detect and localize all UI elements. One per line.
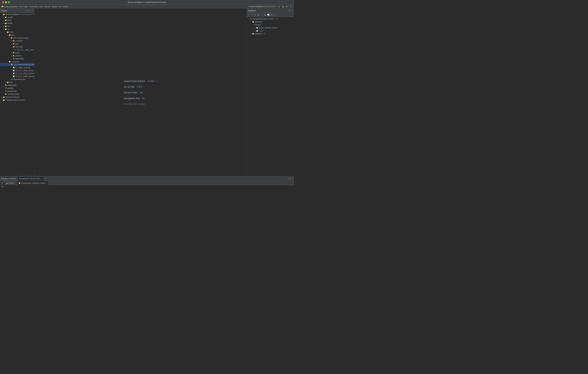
window-controls[interactable] bbox=[2, 1, 10, 3]
tree-item-resources[interactable]: 📁 resources bbox=[0, 60, 34, 63]
tree-item-build[interactable]: 📁 build bbox=[0, 19, 34, 22]
db-tree-collations[interactable]: 📁 collations 222 bbox=[247, 32, 294, 35]
db-delete-icon[interactable]: ✕ bbox=[260, 13, 263, 16]
debug-button[interactable]: 🐛 bbox=[281, 5, 285, 8]
db-close-icon[interactable]: ✕ bbox=[291, 10, 293, 11]
console-output-tab[interactable]: 📤 Output ✕ bbox=[5, 181, 17, 185]
console-gear2-icon[interactable]: ⚙ bbox=[290, 178, 291, 180]
tree-item-dbmysql[interactable]: 📦 db.mysql bbox=[0, 45, 34, 48]
db-header-icons[interactable]: ⤢ ⚙ ✕ bbox=[287, 10, 293, 11]
breadcrumb-flyway2[interactable]: flyway bbox=[52, 6, 57, 8]
db-properties-icon[interactable]: ⚙ bbox=[257, 13, 260, 16]
db-refresh-icon[interactable]: ↻ bbox=[254, 13, 257, 16]
minimize-button[interactable] bbox=[5, 1, 7, 3]
recent-files-item[interactable]: Recent Files ⌘E bbox=[124, 91, 143, 94]
sidebar-header-icons[interactable]: ⊟ ⚙ ✕ bbox=[25, 10, 33, 12]
tree-item-scratches[interactable]: 📁 Scratches and Consoles bbox=[0, 98, 34, 101]
tree-item-application[interactable]: 🌱 Application bbox=[0, 57, 34, 60]
go-to-file-item[interactable]: Go to File ⇧⌘O bbox=[124, 85, 142, 88]
tree-item-java[interactable]: 📁 java bbox=[0, 33, 34, 36]
console-tabs-row[interactable]: 📤 Output ✕ 📋 flyway.flyway_schema_histor… bbox=[5, 181, 294, 185]
history-tab-close[interactable]: ✕ bbox=[46, 182, 47, 184]
tree-label-build-gradle: build.gradle bbox=[7, 84, 17, 86]
console-settings-icon[interactable]: ⚙ bbox=[287, 178, 289, 180]
db-funnel-icon[interactable]: ▾ bbox=[273, 13, 276, 16]
tree-item-app-yml[interactable]: 🌿 application.yml bbox=[0, 78, 34, 81]
tree-item-res-pkg[interactable]: 📦 com.chenlei.flyway.db.mysql bbox=[0, 63, 34, 66]
collapse-all-icon[interactable]: ⊟ bbox=[25, 10, 27, 12]
console-close-icon[interactable]: ✕ bbox=[292, 178, 293, 180]
breadcrumb-flyway[interactable]: 📁 flyway-springboot bbox=[1, 6, 18, 8]
breadcrumb-main[interactable]: main bbox=[24, 6, 28, 8]
run-controls[interactable]: ▶ flyway-springboot [flywayMigrate] ▶ 🐛 … bbox=[248, 5, 293, 8]
tree-item-gradle-hidden[interactable]: 📁 .gradle bbox=[0, 16, 34, 19]
gradle-icon-build: 🐘 bbox=[5, 84, 7, 86]
tree-item-r-clean[interactable]: 📄 R__clean_user.sql bbox=[0, 66, 34, 69]
breadcrumb-com[interactable]: com bbox=[39, 6, 43, 8]
db-tree-tuser[interactable]: 📋 t_user bbox=[247, 29, 294, 32]
drop-files-label: Drop files here to open bbox=[124, 103, 145, 105]
db-console-icon[interactable]: ▶ bbox=[264, 13, 267, 16]
console-header-icons[interactable]: ⚙ ⚙ ✕ bbox=[287, 178, 293, 180]
db-gear-icon[interactable]: ⚙ bbox=[289, 10, 291, 11]
tree-item-out[interactable]: 📁 out bbox=[0, 25, 34, 28]
settings-icon[interactable]: ⚙ bbox=[28, 10, 30, 12]
breadcrumb-db[interactable]: db bbox=[59, 6, 61, 8]
tree-item-gradlew-bat[interactable]: 🌿 gradlew.bat bbox=[0, 90, 34, 93]
db-add-icon[interactable]: + bbox=[247, 13, 250, 16]
tree-label-root: flyway-springboot bbox=[5, 13, 20, 15]
maximize-button[interactable] bbox=[8, 1, 10, 3]
close-button[interactable] bbox=[2, 1, 4, 3]
output-tab-close[interactable]: ✕ bbox=[14, 182, 16, 184]
sql-icon-r-clean: 📄 bbox=[12, 66, 15, 69]
arrow-settings-gradle bbox=[3, 93, 5, 95]
console-output-label: Output bbox=[8, 182, 14, 184]
db-tree-schema-history[interactable]: 📋 flyway_schema_history bbox=[247, 26, 294, 29]
tree-item-v103[interactable]: 📄 V1_0_3__initial_data.sql bbox=[0, 75, 34, 78]
breadcrumb-chenlei[interactable]: chenlei bbox=[45, 6, 50, 8]
arrow-out bbox=[3, 25, 5, 27]
console-history-tab[interactable]: 📋 flyway.flyway_schema_history ✕ bbox=[17, 181, 49, 185]
tree-item-src[interactable]: 📁 src bbox=[0, 28, 34, 31]
tree-item-pkg-root[interactable]: 📦 com.chenlei.flyway bbox=[0, 36, 34, 39]
db-tree-schemas[interactable]: 📁 schemas 1 bbox=[247, 20, 294, 23]
tree-item-test[interactable]: 📁 test bbox=[0, 81, 34, 84]
welcome-content: Search Everywhere Double ⇧ Go to File ⇧⌘… bbox=[124, 80, 157, 105]
stop-button[interactable]: ⏹ bbox=[285, 5, 289, 8]
tree-item-controller[interactable]: 📦 controller bbox=[0, 39, 34, 42]
navigation-bar-item[interactable]: Navigation Bar ⌘↑ bbox=[124, 97, 145, 100]
database-title: Database bbox=[248, 10, 256, 12]
breadcrumb-mysql[interactable]: mysql bbox=[63, 6, 68, 8]
console-tab-close[interactable]: ✕ bbox=[41, 178, 42, 180]
db-expand-icon[interactable]: ⤢ bbox=[287, 10, 289, 11]
console-db-icon[interactable]: 🗄 bbox=[1, 182, 4, 184]
db-filter-icon[interactable]: ⊟ bbox=[270, 13, 273, 16]
tree-item-entity[interactable]: 📦 entity bbox=[0, 51, 34, 54]
search-everywhere-item[interactable]: Search Everywhere Double ⇧ bbox=[124, 80, 157, 82]
tree-item-gradle[interactable]: 📁 gradle bbox=[0, 22, 34, 25]
db-copy-icon[interactable]: ⎘ bbox=[251, 13, 253, 16]
db-tree-connection[interactable]: 🔌 flyway@192.168.119.123 1 of 6 bbox=[247, 17, 294, 20]
tree-item-ext-libs[interactable]: 📁 External Libraries bbox=[0, 96, 34, 98]
close-sidebar-icon[interactable]: ✕ bbox=[31, 10, 33, 12]
tree-item-service[interactable]: 📦 service bbox=[0, 54, 34, 57]
tree-item-main[interactable]: 📁 main bbox=[0, 31, 34, 33]
tree-item-gradlew[interactable]: 🌿 gradlew bbox=[0, 87, 34, 90]
console-connection-tab[interactable]: flyway@192.168.119.123 ✕ bbox=[18, 176, 44, 181]
tree-item-v100[interactable]: 📄 V1_0_0__initial_db.sql bbox=[0, 69, 34, 72]
navigation-bar-label: Navigation Bar bbox=[124, 97, 140, 100]
breadcrumb-src[interactable]: src bbox=[20, 6, 22, 8]
tree-item-root[interactable]: 📁 flyway-springboot ~/IdeaProjects/G-Pro… bbox=[0, 13, 34, 16]
tree-item-v102[interactable]: 📄 V1_0_2__drop_column.sql bbox=[0, 72, 34, 75]
tree-item-build-gradle[interactable]: 🐘 build.gradle bbox=[0, 84, 34, 87]
build-button[interactable]: 🔨 bbox=[289, 5, 293, 8]
db-schema-icon[interactable]: 📊 bbox=[267, 13, 270, 16]
database-toolbar[interactable]: + ⎘ ↻ ⚙ ✕ ▶ 📊 ⊟ ▾ bbox=[247, 13, 294, 17]
breadcrumb-resources[interactable]: resources bbox=[30, 6, 37, 8]
tree-item-dao[interactable]: 📦 dao bbox=[0, 42, 34, 45]
tree-item-v101[interactable]: 🗃 V1_0_1__alter_user bbox=[0, 48, 34, 51]
db-tree-flyway[interactable]: 🗄 flyway bbox=[247, 23, 294, 26]
console-red-icon[interactable]: ⏹ bbox=[1, 185, 4, 187]
tree-item-settings-gradle[interactable]: 🐘 settings.gradle bbox=[0, 93, 34, 96]
run-button[interactable]: ▶ bbox=[277, 5, 281, 8]
